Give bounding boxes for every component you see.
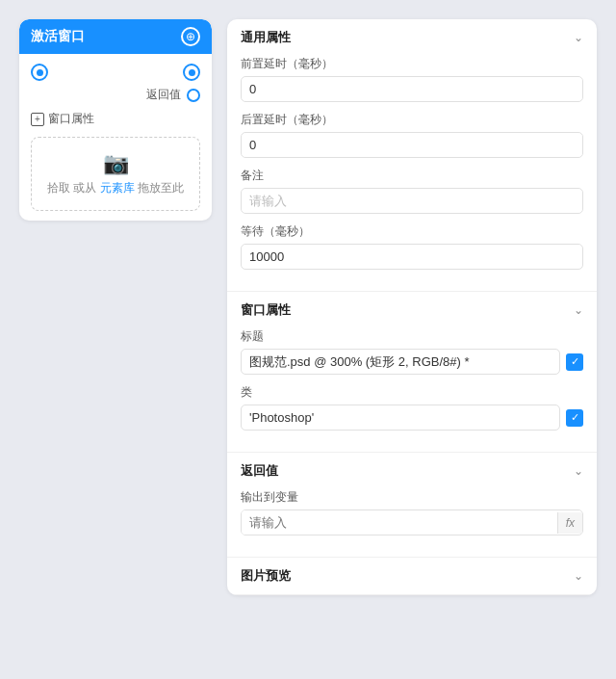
note-input[interactable] — [241, 188, 583, 214]
window-props-label: 窗口属性 — [48, 111, 94, 127]
window-class-checkbox[interactable] — [566, 409, 583, 427]
return-label: 返回值 — [146, 87, 181, 103]
pre-delay-field: 前置延时（毫秒） — [241, 56, 583, 102]
pre-delay-label: 前置延时（毫秒） — [241, 56, 583, 72]
preview-section: 图片预览 ⌄ — [227, 558, 597, 595]
left-panel: 激活窗口 ⊕ 返回值 + 窗口属性 — [19, 19, 212, 595]
upload-area[interactable]: 📷 拾取 或从 元素库 拖放至此 — [31, 137, 200, 211]
return-dot — [187, 89, 200, 102]
window-class-field: 类 — [241, 384, 583, 431]
return-section: 返回值 ⌄ 输出到变量 fx — [227, 453, 597, 558]
general-section-title: 通用属性 — [241, 29, 291, 46]
note-label: 备注 — [241, 168, 583, 184]
main-container: 激活窗口 ⊕ 返回值 + 窗口属性 — [19, 19, 597, 595]
preview-section-title: 图片预览 — [241, 567, 291, 585]
wait-label: 等待（毫秒） — [241, 223, 583, 240]
window-title-checkbox[interactable] — [566, 353, 583, 371]
window-section-title: 窗口属性 — [241, 301, 291, 319]
general-section-body: 前置延时（毫秒） 后置延时（毫秒） 备注 等待（毫秒） — [227, 56, 597, 291]
output-var-label: 输出到变量 — [241, 489, 583, 506]
window-title-label: 标题 — [241, 328, 583, 345]
window-title-input[interactable] — [241, 349, 560, 375]
output-var-row: fx — [241, 509, 583, 535]
window-title-field: 标题 — [241, 328, 583, 375]
window-section-header[interactable]: 窗口属性 ⌄ — [227, 292, 597, 328]
window-section: 窗口属性 ⌄ 标题 类 — [227, 292, 597, 453]
return-section-title: 返回值 — [241, 462, 278, 480]
general-chevron-icon: ⌄ — [574, 31, 583, 44]
io-row — [31, 64, 200, 81]
window-title-row — [241, 349, 583, 375]
note-field: 备注 — [241, 168, 583, 214]
return-chevron-icon: ⌄ — [574, 464, 583, 478]
node-title: 激活窗口 — [31, 28, 85, 45]
return-row: 返回值 — [31, 87, 200, 103]
add-icon[interactable]: ⊕ — [181, 27, 200, 46]
upload-text: 拾取 或从 元素库 拖放至此 — [39, 180, 192, 196]
output-var-field: 输出到变量 fx — [241, 489, 583, 535]
output-dot[interactable] — [183, 64, 200, 81]
right-panel: 通用属性 ⌄ 前置延时（毫秒） 后置延时（毫秒） 备注 等待（毫秒） — [227, 19, 597, 595]
window-section-body: 标题 类 — [227, 328, 597, 452]
input-dot[interactable] — [31, 64, 48, 81]
preview-section-header[interactable]: 图片预览 ⌄ — [227, 558, 597, 594]
wait-input[interactable] — [241, 244, 583, 270]
post-delay-label: 后置延时（毫秒） — [241, 112, 583, 128]
general-section-header[interactable]: 通用属性 ⌄ — [227, 19, 597, 56]
wait-field: 等待（毫秒） — [241, 223, 583, 270]
output-var-input[interactable] — [242, 510, 557, 535]
window-chevron-icon: ⌄ — [574, 303, 583, 317]
window-class-label: 类 — [241, 384, 583, 401]
pre-delay-input[interactable] — [241, 76, 583, 102]
node-header: 激活窗口 ⊕ — [19, 19, 212, 54]
expand-icon: + — [31, 113, 44, 126]
return-section-body: 输出到变量 fx — [227, 489, 597, 557]
return-section-header[interactable]: 返回值 ⌄ — [227, 453, 597, 489]
window-class-row — [241, 405, 583, 431]
general-section: 通用属性 ⌄ 前置延时（毫秒） 后置延时（毫秒） 备注 等待（毫秒） — [227, 19, 597, 292]
preview-chevron-icon: ⌄ — [574, 569, 583, 583]
node-card: 激活窗口 ⊕ 返回值 + 窗口属性 — [19, 19, 212, 221]
node-body: 返回值 + 窗口属性 📷 拾取 或从 元素库 拖放至此 — [19, 54, 212, 221]
window-props-row[interactable]: + 窗口属性 — [31, 111, 200, 127]
window-class-input[interactable] — [241, 405, 560, 431]
fx-badge: fx — [557, 512, 582, 534]
post-delay-field: 后置延时（毫秒） — [241, 112, 583, 158]
element-library-link[interactable]: 元素库 — [100, 181, 135, 195]
post-delay-input[interactable] — [241, 132, 583, 158]
camera-icon: 📷 — [39, 151, 192, 176]
